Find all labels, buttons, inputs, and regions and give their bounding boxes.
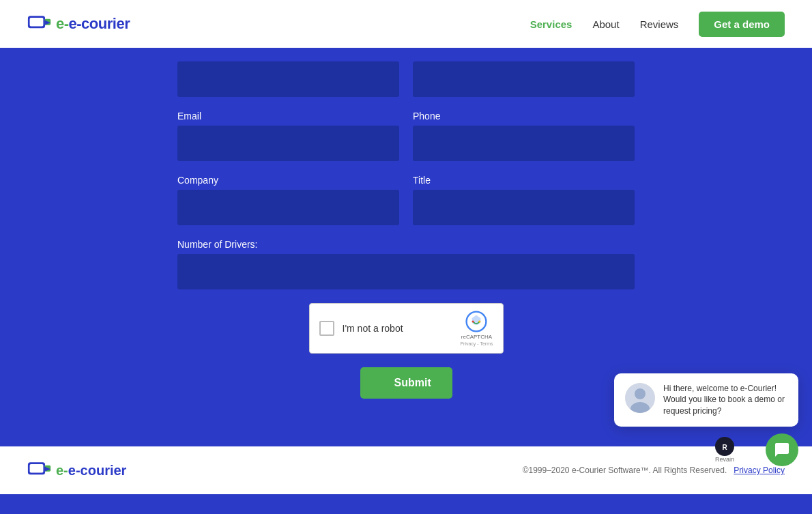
- header: e-e-courier Services About Reviews Get a…: [0, 0, 812, 48]
- drivers-label: Number of Drivers:: [177, 239, 635, 250]
- svg-rect-1: [30, 18, 44, 27]
- footer-logo-text: e-e-courier: [56, 463, 126, 479]
- company-label: Company: [177, 175, 399, 186]
- title-input[interactable]: [413, 190, 635, 225]
- revain-row: R Revain: [614, 433, 798, 466]
- phone-group: Phone: [413, 111, 635, 161]
- phone-input[interactable]: [413, 126, 635, 161]
- svg-point-12: [635, 388, 646, 399]
- company-title-row: Company Title: [177, 175, 635, 225]
- email-input[interactable]: [177, 126, 399, 161]
- drivers-row: Number of Drivers:: [177, 239, 635, 289]
- svg-text:R: R: [722, 444, 727, 451]
- nav-about[interactable]: About: [592, 18, 619, 30]
- phone-label: Phone: [413, 111, 635, 122]
- copyright-text: ©1999–2020 e-Courier Software™. All Righ…: [523, 466, 727, 475]
- revain-label: R Revain: [715, 437, 734, 463]
- top-inputs-row: [177, 61, 635, 97]
- drivers-group: Number of Drivers:: [177, 239, 635, 289]
- submit-button[interactable]: Submit: [360, 367, 452, 399]
- chat-widget: Hi there, welcome to e-Courier! Would yo…: [614, 373, 798, 466]
- svg-point-5: [472, 320, 474, 322]
- footer-logo-icon: [27, 458, 52, 483]
- recaptcha-icon: [465, 311, 487, 332]
- first-name-input[interactable]: [177, 61, 399, 97]
- title-group: Title: [413, 175, 635, 225]
- captcha-brand: reCAPTCHA: [461, 334, 492, 340]
- chat-bubble: Hi there, welcome to e-Courier! Would yo…: [614, 373, 798, 427]
- footer-logo: e-e-courier: [27, 458, 126, 483]
- captcha-checkbox[interactable]: [319, 321, 334, 336]
- drivers-input[interactable]: [177, 254, 635, 289]
- email-group: Email: [177, 111, 399, 161]
- company-group: Company: [177, 175, 399, 225]
- captcha-logo: reCAPTCHA Privacy - Terms: [460, 311, 493, 346]
- svg-point-6: [479, 320, 481, 322]
- captcha-wrapper: I'm not a robot reCAPTCHA Privacy - Term…: [177, 303, 635, 354]
- last-name-input[interactable]: [413, 61, 635, 97]
- chat-message: Hi there, welcome to e-Courier! Would yo…: [663, 383, 787, 417]
- email-label: Email: [177, 111, 399, 122]
- privacy-policy-link[interactable]: Privacy Policy: [734, 466, 785, 475]
- title-label: Title: [413, 175, 635, 186]
- footer-right: ©1999–2020 e-Courier Software™. All Righ…: [523, 466, 785, 475]
- agent-avatar-icon: [625, 383, 655, 413]
- captcha-label: I'm not a robot: [343, 323, 452, 334]
- nav-services[interactable]: Services: [530, 18, 572, 30]
- email-phone-row: Email Phone: [177, 111, 635, 161]
- revain-logo-icon: R: [715, 437, 734, 456]
- logo-text: e-e-courier: [56, 15, 130, 33]
- submit-wrapper: Submit: [177, 367, 635, 399]
- nav-reviews[interactable]: Reviews: [640, 18, 679, 30]
- company-input[interactable]: [177, 190, 399, 225]
- chat-avatar: [625, 383, 655, 413]
- logo-icon: [27, 12, 52, 36]
- chat-toggle-button[interactable]: [766, 433, 798, 466]
- logo: e-e-courier: [27, 12, 130, 36]
- main-nav: Services About Reviews Get a demo: [530, 12, 785, 37]
- captcha-privacy: Privacy - Terms: [460, 341, 493, 346]
- captcha-box[interactable]: I'm not a robot reCAPTCHA Privacy - Term…: [309, 303, 504, 354]
- chat-bubble-icon: [774, 442, 790, 458]
- demo-button[interactable]: Get a demo: [699, 12, 785, 37]
- svg-rect-8: [30, 464, 44, 473]
